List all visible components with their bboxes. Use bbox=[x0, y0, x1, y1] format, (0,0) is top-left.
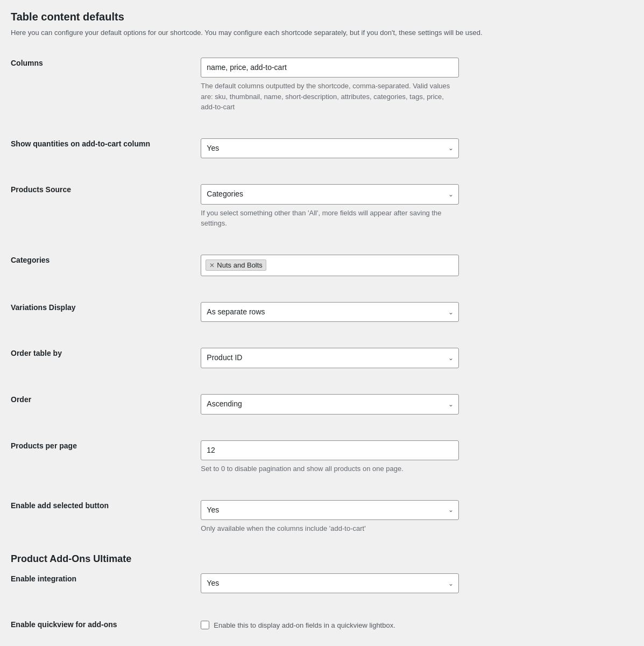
row-order-table-by: Order table by Product ID Name Price Dat… bbox=[11, 341, 581, 375]
enable-add-selected-select-wrapper: Yes No ⌄ bbox=[201, 500, 459, 521]
row-show-quantities: Show quantities on add-to-cart column Ye… bbox=[11, 132, 581, 165]
field-show-quantities: Yes No ⌄ bbox=[201, 132, 581, 165]
label-enable-quickview: Enable quickview for add-ons bbox=[11, 613, 201, 637]
columns-input[interactable] bbox=[201, 58, 459, 78]
form-table: Columns The default columns outputted by… bbox=[11, 51, 581, 540]
field-columns: The default columns outputted by the sho… bbox=[201, 51, 581, 119]
variations-display-select-wrapper: As separate rows As dropdown As checkbox… bbox=[201, 302, 459, 322]
label-enable-add-selected: Enable add selected button bbox=[11, 494, 201, 540]
enable-add-selected-hint: Only available when the columns include … bbox=[201, 523, 459, 534]
field-categories: ✕ Nuts and Bolts bbox=[201, 248, 581, 283]
quickview-checkbox-label: Enable this to display add-on fields in … bbox=[214, 620, 395, 631]
field-enable-add-selected: Yes No ⌄ Only available when the columns… bbox=[201, 494, 581, 540]
columns-hint: The default columns outputted by the sho… bbox=[201, 81, 459, 113]
enable-add-selected-select[interactable]: Yes No bbox=[201, 500, 459, 521]
row-enable-add-selected: Enable add selected button Yes No ⌄ Only… bbox=[11, 494, 581, 540]
field-enable-quickview: Enable this to display add-on fields in … bbox=[201, 613, 581, 637]
row-categories: Categories ✕ Nuts and Bolts bbox=[11, 248, 581, 283]
row-order: Order Ascending Descending ⌄ bbox=[11, 388, 581, 421]
variations-display-select[interactable]: As separate rows As dropdown As checkbox… bbox=[201, 302, 459, 322]
page-description: Here you can configure your default opti… bbox=[11, 27, 581, 38]
enable-integration-select-wrapper: Yes No ⌄ bbox=[201, 573, 459, 594]
label-order-table-by: Order table by bbox=[11, 341, 201, 375]
products-per-page-input[interactable] bbox=[201, 440, 459, 461]
enable-integration-select[interactable]: Yes No bbox=[201, 573, 459, 594]
row-columns: Columns The default columns outputted by… bbox=[11, 51, 581, 119]
order-table-by-select[interactable]: Product ID Name Price Date bbox=[201, 348, 459, 368]
category-tag: ✕ Nuts and Bolts bbox=[206, 259, 266, 271]
remove-category-icon[interactable]: ✕ bbox=[209, 262, 215, 269]
show-quantities-select[interactable]: Yes No bbox=[201, 138, 459, 159]
field-variations-display: As separate rows As dropdown As checkbox… bbox=[201, 296, 581, 329]
quickview-checkbox[interactable] bbox=[201, 621, 209, 629]
row-variations-display: Variations Display As separate rows As d… bbox=[11, 296, 581, 329]
label-products-per-page: Products per page bbox=[11, 434, 201, 481]
order-table-by-select-wrapper: Product ID Name Price Date ⌄ bbox=[201, 348, 459, 368]
label-products-source: Products Source bbox=[11, 178, 201, 235]
row-products-per-page: Products per page Set to 0 to disable pa… bbox=[11, 434, 581, 481]
label-categories: Categories bbox=[11, 248, 201, 283]
row-products-source: Products Source All Categories Tags SKUs… bbox=[11, 178, 581, 235]
products-source-hint: If you select something other than 'All'… bbox=[201, 208, 459, 229]
label-variations-display: Variations Display bbox=[11, 296, 201, 329]
order-select-wrapper: Ascending Descending ⌄ bbox=[201, 394, 459, 415]
page-title: Table content defaults bbox=[11, 11, 581, 23]
row-enable-quickview: Enable quickview for add-ons Enable this… bbox=[11, 613, 581, 637]
show-quantities-select-wrapper: Yes No ⌄ bbox=[201, 138, 459, 159]
label-columns: Columns bbox=[11, 51, 201, 119]
categories-input-area[interactable]: ✕ Nuts and Bolts bbox=[201, 255, 459, 276]
subsection-form-table: Enable integration Yes No ⌄ Enable quick… bbox=[11, 567, 581, 637]
order-select[interactable]: Ascending Descending bbox=[201, 394, 459, 415]
quickview-checkbox-wrapper: Enable this to display add-on fields in … bbox=[201, 620, 581, 631]
products-per-page-hint: Set to 0 to disable pagination and show … bbox=[201, 464, 459, 474]
products-source-select-wrapper: All Categories Tags SKUs ⌄ bbox=[201, 184, 459, 205]
field-products-per-page: Set to 0 to disable pagination and show … bbox=[201, 434, 581, 481]
products-source-select[interactable]: All Categories Tags SKUs bbox=[201, 184, 459, 205]
label-order: Order bbox=[11, 388, 201, 421]
subsection-title: Product Add-Ons Ultimate bbox=[11, 553, 581, 565]
field-order: Ascending Descending ⌄ bbox=[201, 388, 581, 421]
field-products-source: All Categories Tags SKUs ⌄ If you select… bbox=[201, 178, 581, 235]
page-wrapper: Table content defaults Here you can conf… bbox=[11, 11, 581, 646]
label-enable-integration: Enable integration bbox=[11, 567, 201, 600]
label-show-quantities: Show quantities on add-to-cart column bbox=[11, 132, 201, 165]
category-tag-label: Nuts and Bolts bbox=[217, 261, 263, 269]
row-enable-integration: Enable integration Yes No ⌄ bbox=[11, 567, 581, 600]
field-enable-integration: Yes No ⌄ bbox=[201, 567, 581, 600]
field-order-table-by: Product ID Name Price Date ⌄ bbox=[201, 341, 581, 375]
